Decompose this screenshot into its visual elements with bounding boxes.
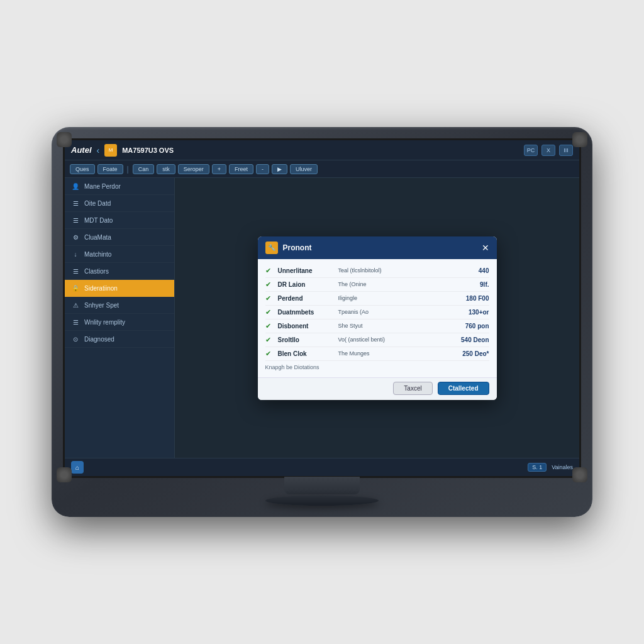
device-stand xyxy=(284,477,360,494)
sidebar-label-clastiors: Clastiors xyxy=(84,268,109,275)
can-button[interactable]: Can xyxy=(133,164,155,174)
row-name-2: Perdend xyxy=(278,295,335,302)
back-arrow-icon[interactable]: ‹ xyxy=(97,145,100,155)
status-badge: S. 1 xyxy=(528,463,547,472)
row-desc-3: Tpeanis (Ao xyxy=(338,309,448,315)
device: Autel ‹ M MA7597U3 OVS PC X III Ques Foa… xyxy=(52,127,592,517)
seroper-button[interactable]: Seroper xyxy=(178,164,209,174)
dialog-icon: 🔧 xyxy=(265,242,278,254)
dialog-row-0: ✔ Unnerlitane Teal (tlcslnbitolol) 440 xyxy=(265,264,489,278)
dialog-title-area: 🔧 Pronont xyxy=(265,242,312,254)
row-value-0: 440 xyxy=(452,267,489,274)
lock-icon: 🔒 xyxy=(71,284,80,292)
screen: Autel ‹ M MA7597U3 OVS PC X III Ques Foa… xyxy=(65,140,579,476)
sidebar-item-diagnosed[interactable]: ⊙ Diagnosed xyxy=(65,331,174,348)
person-icon: 👤 xyxy=(71,182,80,191)
sidebar-label-diagnosed: Diagnosed xyxy=(84,336,114,343)
dialog-close-button[interactable]: ✕ xyxy=(482,243,489,252)
check-icon-2: ✔ xyxy=(265,294,274,303)
row-desc-2: Iligingle xyxy=(338,295,448,301)
top-bar: Autel ‹ M MA7597U3 OVS PC X III xyxy=(65,140,579,160)
circle-icon: ⊙ xyxy=(71,335,80,343)
ok-button[interactable]: Ctallected xyxy=(438,382,489,395)
sidebar-item-cluamata[interactable]: ⚙ CluaMata xyxy=(65,229,174,246)
toolbar: Ques Foate | Can stk Seroper + Freet - ▶… xyxy=(65,160,579,178)
pc-icon[interactable]: PC xyxy=(524,145,538,156)
dialog-overlay: 🔧 Pronont ✕ ✔ Unnerlitane Teal (tlcslnbi… xyxy=(175,178,579,458)
row-desc-4: She Styut xyxy=(338,323,448,329)
brand-logo: Autel xyxy=(71,145,92,155)
dialog-row-4: ✔ Disbonent She Styut 760 pon xyxy=(265,319,489,333)
freet-button[interactable]: Freet xyxy=(229,164,253,174)
list-icon-3: ☰ xyxy=(71,267,80,275)
play-button[interactable]: ▶ xyxy=(272,164,287,174)
sidebar-label-matchinto: Matchinto xyxy=(84,251,111,258)
sidebar-label-oite-datd: Oite Datd xyxy=(84,200,111,207)
row-name-6: Blen Clok xyxy=(278,350,335,357)
row-name-5: Sroltllo xyxy=(278,336,335,343)
dialog-row-6: ✔ Blen Clok The Munges 250 Deo* xyxy=(265,347,489,361)
dialog-title: Pronont xyxy=(283,243,312,252)
row-value-4: 760 pon xyxy=(452,323,489,330)
home-button[interactable]: ⌂ xyxy=(71,461,84,474)
content-area: 🔧 Pronont ✕ ✔ Unnerlitane Teal (tlcslnbi… xyxy=(175,178,579,458)
ques-button[interactable]: Ques xyxy=(70,164,95,174)
sidebar-item-matchinto[interactable]: ↓ Matchinto xyxy=(65,246,174,263)
dialog-note: Knapgh be Diotations xyxy=(265,361,489,372)
list-icon-1: ☰ xyxy=(71,199,80,208)
row-value-6: 250 Deo* xyxy=(452,350,489,357)
sidebar-label-wnlity-remplity: Wnlity remplity xyxy=(84,319,125,326)
row-value-5: 540 Deon xyxy=(452,336,489,343)
status-right: S. 1 Vainales xyxy=(528,463,573,472)
sidebar-item-oite-datd[interactable]: ☰ Oite Datd xyxy=(65,195,174,212)
sidebar-label-mane-perdor: Mane Perdor xyxy=(84,183,121,190)
check-icon-1: ✔ xyxy=(265,280,274,289)
check-icon-6: ✔ xyxy=(265,350,274,358)
top-bar-icons: PC X III xyxy=(524,145,573,156)
cancel-button[interactable]: Taxcel xyxy=(393,382,432,395)
dialog-header: 🔧 Pronont ✕ xyxy=(258,236,497,259)
close-icon[interactable]: X xyxy=(541,145,555,156)
foate-button[interactable]: Foate xyxy=(97,164,123,174)
plus-button[interactable]: + xyxy=(212,164,226,174)
row-value-1: 9lf. xyxy=(452,281,489,288)
row-value-3: 130+or xyxy=(452,309,489,316)
download-icon: ↓ xyxy=(71,250,80,258)
check-icon-3: ✔ xyxy=(265,308,274,316)
sidebar-item-snhyer-spet[interactable]: ⚠ Snhyer Spet xyxy=(65,297,174,314)
device-stand-assembly xyxy=(265,477,379,506)
menu-icon[interactable]: III xyxy=(559,145,573,156)
dialog-row-1: ✔ DR Laion The (Onine 9lf. xyxy=(265,278,489,292)
sidebar-item-sideratiinon[interactable]: 🔒 Sideratiinon xyxy=(65,280,174,297)
row-name-0: Unnerlitane xyxy=(278,267,335,274)
sidebar-label-mdt-dato: MDT Dato xyxy=(84,217,113,224)
dialog-body: ✔ Unnerlitane Teal (tlcslnbitolol) 440 ✔… xyxy=(258,259,497,377)
sidebar: 👤 Mane Perdor ☰ Oite Datd ☰ MDT Dato ⚙ C… xyxy=(65,178,175,458)
list-icon-2: ☰ xyxy=(71,216,80,225)
sidebar-label-snhyer-spet: Snhyer Spet xyxy=(84,302,119,309)
dialog-row-3: ✔ Duatnmbets Tpeanis (Ao 130+or xyxy=(265,306,489,319)
row-desc-0: Teal (tlcslnbitolol) xyxy=(338,267,448,274)
row-desc-1: The (Onine xyxy=(338,281,448,287)
screen-bezel: Autel ‹ M MA7597U3 OVS PC X III Ques Foa… xyxy=(63,138,581,478)
sidebar-item-mdt-dato[interactable]: ☰ MDT Dato xyxy=(65,212,174,229)
device-name-label: MA7597U3 OVS xyxy=(122,147,174,154)
device-stand-base xyxy=(265,496,379,506)
row-name-3: Duatnmbets xyxy=(278,309,335,316)
check-icon-0: ✔ xyxy=(265,267,274,275)
device-icon: M xyxy=(104,144,117,157)
stk-button[interactable]: stk xyxy=(157,164,175,174)
sidebar-item-wnlity-remplity[interactable]: ☰ Wnlity remplity xyxy=(65,314,174,331)
gear-icon: ⚙ xyxy=(71,233,80,242)
dialog: 🔧 Pronont ✕ ✔ Unnerlitane Teal (tlcslnbi… xyxy=(258,236,497,400)
minus-button[interactable]: - xyxy=(256,164,269,174)
list-icon-4: ☰ xyxy=(71,318,80,326)
row-desc-6: The Munges xyxy=(338,350,448,357)
sidebar-item-mane-perdor[interactable]: 👤 Mane Perdor xyxy=(65,178,174,195)
check-icon-5: ✔ xyxy=(265,336,274,344)
sidebar-label-sideratiinon: Sideratiinon xyxy=(84,285,118,292)
toolbar-sep1: | xyxy=(126,165,130,174)
uluver-button[interactable]: Uluver xyxy=(290,164,318,174)
status-label: Vainales xyxy=(552,464,573,470)
sidebar-item-clastiors[interactable]: ☰ Clastiors xyxy=(65,263,174,280)
